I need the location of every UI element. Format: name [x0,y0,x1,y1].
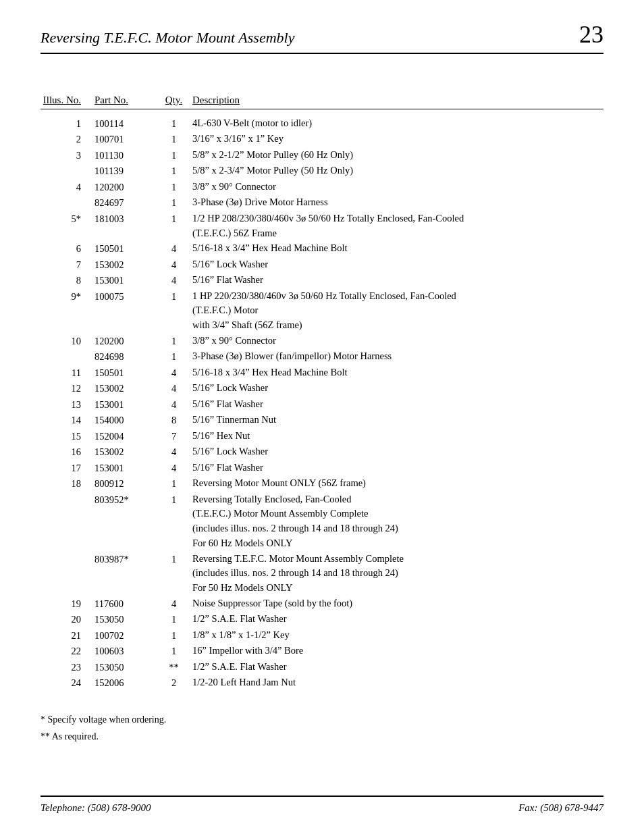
cell-part-no: 120200 [95,180,155,194]
cell-qty: 1 [155,476,192,491]
cell-illus-no: 12 [41,381,95,396]
cell-illus-no: 2 [41,132,95,147]
cell-part-no: 824697 [95,195,155,210]
cell-description: 5/16-18 x 3/4” Hex Head Machine Bolt [192,365,603,380]
cell-part-no: 100075 [95,289,155,304]
cell-part-no: 803987* [95,552,155,567]
footer-telephone: Telephone: (508) 678-9000 [41,802,151,814]
footnotes-section: * Specify voltage when ordering.** As re… [41,711,603,745]
cell-description: Noise Suppressor Tape (sold by the foot) [192,596,603,611]
cell-qty: 1 [155,334,192,348]
cell-description: 3-Phase (3ø) Drive Motor Harness [192,195,603,210]
table-row: 815300145/16” Flat Washer [41,273,603,288]
table-row: 1115050145/16-18 x 3/4” Hex Head Machine… [41,365,603,380]
cell-qty: 4 [155,257,192,272]
cell-illus-no: 18 [41,476,95,491]
table-header-row: Illus. No. Part No. Qty. Description [41,95,603,109]
table-row: 1415400085/16” Tinnerman Nut [41,413,603,427]
table-row: 5*18100311/2 HP 208/230/380/460v 3ø 50/6… [41,211,603,241]
cell-part-no: 152006 [95,675,155,690]
page-footer: Telephone: (508) 678-9000 Fax: (508) 678… [41,796,603,814]
table-row: 9*10007511 HP 220/230/380/460v 3ø 50/60 … [41,289,603,333]
cell-illus-no: 20 [41,612,95,627]
cell-qty: 1 [155,195,192,210]
cell-illus-no: 3 [41,148,95,163]
cell-description: 1/2” S.A.E. Flat Washer [192,612,603,627]
table-row: 22100603116” Impellor with 3/4” Bore [41,644,603,658]
cell-qty: 1 [155,148,192,163]
cell-qty: 1 [155,116,192,131]
table-row: 2415200621/2-20 Left Hand Jam Nut [41,675,603,690]
table-row: 2015305011/2” S.A.E. Flat Washer [41,612,603,627]
cell-description: 3/8” x 90° Connector [192,180,603,194]
table-row: 803987*1Reversing T.E.F.C. Motor Mount A… [41,552,603,596]
cell-part-no: 101130 [95,148,155,163]
col-header-partno: Part No. [95,95,155,106]
table-row: 23153050**1/2” S.A.E. Flat Washer [41,660,603,675]
table-row: 82469813-Phase (3ø) Blower (fan/impellor… [41,349,603,364]
cell-illus-no: 8 [41,273,95,288]
cell-description: 5/16” Tinnerman Nut [192,413,603,427]
cell-description: 5/16-18 x 3/4” Hex Head Machine Bolt [192,241,603,256]
cell-part-no: 153050 [95,660,155,675]
table-row: 2110070211/8” x 1/8” x 1-1/2” Key [41,628,603,643]
cell-part-no: 154000 [95,413,155,427]
cell-qty: 1 [155,628,192,643]
cell-description: 4L-630 V-Belt (motor to idler) [192,116,603,131]
cell-qty: 4 [155,273,192,288]
table-row: 803952*1Reversing Totally Enclosed, Fan-… [41,492,603,551]
cell-qty: ** [155,660,192,675]
cell-illus-no: 4 [41,180,95,194]
table-body: 110011414L-630 V-Belt (motor to idler)21… [41,116,603,691]
cell-description: 5/8” x 2-1/2” Motor Pulley (60 Hz Only) [192,148,603,163]
cell-illus-no: 17 [41,461,95,475]
cell-part-no: 101139 [95,163,155,178]
cell-qty: 4 [155,461,192,475]
cell-part-no: 803952* [95,492,155,507]
table-row: 188009121Reversing Motor Mount ONLY (56Z… [41,476,603,491]
cell-qty: 1 [155,163,192,178]
table-row: 310113015/8” x 2-1/2” Motor Pulley (60 H… [41,148,603,163]
cell-illus-no: 5* [41,211,95,226]
cell-illus-no: 6 [41,241,95,256]
cell-description: 5/16” Flat Washer [192,397,603,412]
cell-part-no: 153002 [95,381,155,396]
table-row: 1715300145/16” Flat Washer [41,461,603,475]
cell-description: 5/16” Flat Washer [192,461,603,475]
cell-part-no: 800912 [95,476,155,491]
cell-part-no: 100603 [95,644,155,658]
cell-description: Reversing Totally Enclosed, Fan-Cooled(T… [192,492,603,551]
col-header-qty: Qty. [155,95,192,106]
cell-part-no: 153001 [95,273,155,288]
cell-illus-no: 13 [41,397,95,412]
cell-part-no: 120200 [95,334,155,348]
cell-part-no: 153002 [95,444,155,459]
parts-table: Illus. No. Part No. Qty. Description 110… [41,95,603,691]
cell-illus-no: 19 [41,596,95,611]
cell-illus-no: 23 [41,660,95,675]
cell-description: Reversing T.E.F.C. Motor Mount Assembly … [192,552,603,596]
cell-description: 5/16” Flat Washer [192,273,603,288]
cell-illus-no: 24 [41,675,95,690]
cell-part-no: 153002 [95,257,155,272]
col-header-illus: Illus. No. [41,95,95,106]
cell-qty: 1 [155,644,192,658]
table-row: 715300245/16” Lock Washer [41,257,603,272]
cell-part-no: 117600 [95,596,155,611]
cell-illus-no: 22 [41,644,95,658]
page-header: Reversing T.E.F.C. Motor Mount Assembly … [41,20,603,54]
cell-qty: 8 [155,413,192,427]
cell-illus-no: 15 [41,429,95,444]
cell-illus-no: 14 [41,413,95,427]
cell-qty: 4 [155,444,192,459]
table-row: 110011414L-630 V-Belt (motor to idler) [41,116,603,131]
cell-illus-no: 7 [41,257,95,272]
table-row: 412020013/8” x 90° Connector [41,180,603,194]
cell-part-no: 100701 [95,132,155,147]
cell-description: 16” Impellor with 3/4” Bore [192,644,603,658]
cell-qty: 7 [155,429,192,444]
table-row: 1215300245/16” Lock Washer [41,381,603,396]
cell-description: 1 HP 220/230/380/460v 3ø 50/60 Hz Totall… [192,289,603,333]
page-title: Reversing T.E.F.C. Motor Mount Assembly [41,29,294,47]
cell-description: 5/16” Lock Washer [192,257,603,272]
